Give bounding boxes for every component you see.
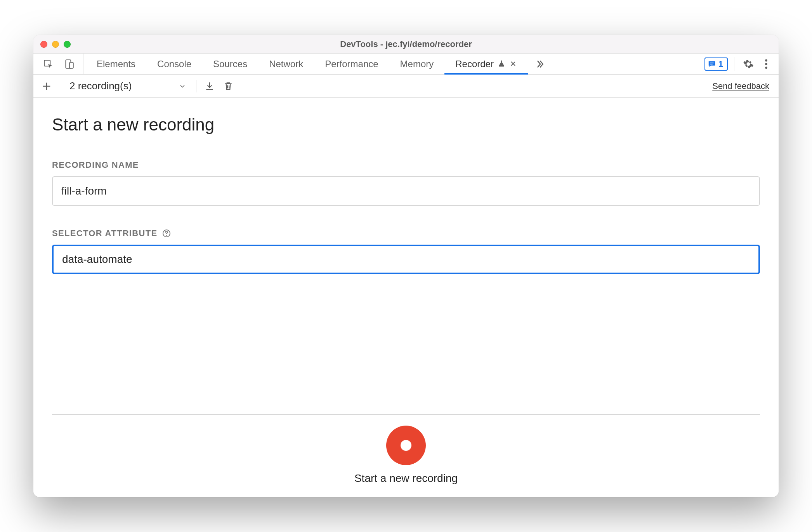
tab-performance[interactable]: Performance [314, 54, 389, 74]
selector-attribute-label: SELECTOR ATTRIBUTE [52, 228, 760, 238]
tab-memory[interactable]: Memory [389, 54, 445, 74]
tab-console[interactable]: Console [146, 54, 202, 74]
svg-rect-2 [69, 62, 73, 68]
svg-rect-3 [710, 63, 713, 63]
send-feedback-link[interactable]: Send feedback [712, 81, 773, 91]
svg-rect-4 [710, 64, 712, 64]
recordings-dropdown[interactable]: 2 recording(s) [66, 80, 191, 92]
device-toolbar-icon[interactable] [61, 56, 77, 72]
tab-label: Network [269, 59, 303, 70]
help-icon[interactable] [162, 229, 171, 238]
titlebar: DevTools - jec.fyi/demo/recorder [33, 35, 779, 54]
devtools-tabstrip: Elements Console Sources Network Perform… [33, 54, 779, 75]
recorder-footer: Start a new recording [52, 414, 760, 497]
selector-attribute-input[interactable] [52, 245, 760, 274]
chevron-down-icon [178, 82, 187, 90]
svg-point-7 [765, 66, 767, 69]
svg-point-6 [765, 63, 767, 65]
tab-elements[interactable]: Elements [86, 54, 146, 74]
recorder-toolbar: 2 recording(s) Send feedback [33, 75, 779, 98]
close-tab-icon[interactable] [510, 61, 517, 68]
more-tabs-button[interactable] [528, 54, 552, 74]
page-title: Start a new recording [52, 115, 760, 134]
start-recording-label: Start a new recording [354, 472, 458, 485]
export-button[interactable] [202, 78, 217, 94]
window-title: DevTools - jec.fyi/demo/recorder [33, 39, 779, 49]
start-recording-button[interactable] [386, 426, 426, 465]
field-recording-name: RECORDING NAME [52, 160, 760, 206]
kebab-menu-icon[interactable] [758, 56, 774, 72]
svg-point-9 [166, 235, 167, 236]
tab-label: Sources [213, 59, 247, 70]
tab-label: Memory [400, 59, 434, 70]
issues-button[interactable]: 1 [704, 57, 728, 71]
inspect-element-icon[interactable] [40, 56, 56, 72]
tab-label: Console [157, 59, 191, 70]
tab-network[interactable]: Network [258, 54, 314, 74]
tab-label: Performance [325, 59, 378, 70]
settings-icon[interactable] [741, 56, 756, 72]
issues-count: 1 [718, 59, 723, 69]
tab-recorder[interactable]: Recorder [444, 54, 528, 74]
delete-button[interactable] [220, 78, 236, 94]
record-icon [401, 440, 411, 451]
experiment-icon [498, 60, 506, 68]
svg-point-5 [765, 59, 767, 61]
recording-name-label: RECORDING NAME [52, 160, 760, 170]
selector-attribute-label-text: SELECTOR ATTRIBUTE [52, 228, 157, 238]
tab-sources[interactable]: Sources [202, 54, 258, 74]
tab-label: Recorder [455, 59, 494, 70]
recording-name-input[interactable] [52, 176, 760, 206]
recorder-content: Start a new recording RECORDING NAME SEL… [33, 98, 779, 497]
new-recording-button[interactable] [39, 78, 54, 94]
recordings-dropdown-label: 2 recording(s) [69, 80, 132, 92]
devtools-window: DevTools - jec.fyi/demo/recorder [33, 35, 779, 497]
tab-label: Elements [97, 59, 135, 70]
field-selector-attribute: SELECTOR ATTRIBUTE [52, 228, 760, 274]
